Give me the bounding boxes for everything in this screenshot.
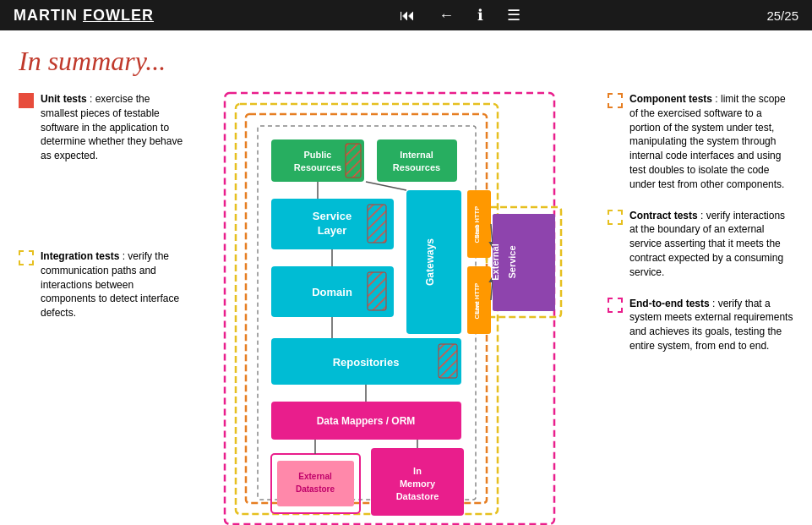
svg-text:Internal: Internal: [400, 150, 433, 160]
contract-tests-text: Contract tests : verify interactions at …: [629, 209, 793, 280]
svg-text:Repositories: Repositories: [332, 356, 399, 369]
end-to-end-tests-label: End-to-end tests: [629, 298, 710, 309]
nav-controls: ⏮ ← ℹ ☰: [400, 6, 520, 25]
component-tests-box: [608, 93, 623, 108]
svg-rect-14: [377, 139, 457, 182]
contract-tests-box: [608, 210, 623, 225]
brand-surname: FOWLER: [83, 7, 154, 24]
brand-logo: MARTIN FOWLER: [14, 7, 154, 25]
component-tests-desc: : limit the scope of the exercised softw…: [629, 93, 786, 190]
svg-text:Resources: Resources: [392, 162, 439, 172]
component-tests-label: Component tests: [629, 93, 712, 105]
svg-rect-33: [368, 272, 386, 310]
end-to-end-tests-legend: End-to-end tests : verify that a system …: [608, 297, 793, 353]
center-diagram: External Service External Service Public…: [196, 89, 599, 525]
left-panel: Unit tests : exercise the smallest piece…: [19, 89, 188, 525]
main-content: In summary... Unit tests : exercise the …: [0, 30, 812, 525]
page-title: In summary...: [19, 46, 793, 77]
svg-text:Public: Public: [303, 150, 331, 160]
svg-text:External: External: [490, 243, 500, 280]
content-area: Unit tests : exercise the smallest piece…: [19, 89, 793, 525]
unit-tests-label: Unit tests: [41, 93, 87, 105]
unit-tests-box: [19, 93, 34, 108]
svg-text:Layer: Layer: [317, 224, 346, 237]
svg-text:Service: Service: [312, 210, 351, 222]
svg-line-30: [491, 279, 493, 300]
info-icon[interactable]: ℹ: [477, 6, 483, 25]
top-navigation: MARTIN FOWLER ⏮ ← ℹ ☰ 25/25: [0, 0, 812, 30]
contract-tests-legend: Contract tests : verify interactions at …: [608, 209, 793, 280]
unit-tests-text: Unit tests : exercise the smallest piece…: [41, 92, 188, 163]
integration-tests-label: Integration tests: [41, 250, 119, 262]
menu-icon[interactable]: ☰: [507, 6, 520, 25]
svg-line-48: [366, 182, 406, 190]
svg-rect-36: [439, 344, 457, 378]
svg-text:External: External: [298, 472, 332, 481]
svg-rect-13: [346, 144, 361, 178]
svg-text:Client: Client: [473, 301, 481, 319]
svg-text:Domain: Domain: [312, 286, 352, 298]
svg-text:Datastore: Datastore: [295, 484, 335, 494]
back-arrow-icon[interactable]: ←: [439, 7, 454, 25]
slide-counter: 25/25: [766, 8, 798, 23]
svg-text:Resources: Resources: [293, 162, 341, 172]
svg-text:In: In: [413, 466, 422, 476]
architecture-diagram: External Service External Service Public…: [221, 89, 575, 525]
svg-text:Datastore: Datastore: [395, 491, 439, 501]
unit-tests-legend: Unit tests : exercise the smallest piece…: [19, 92, 188, 163]
svg-text:Gateways: Gateways: [424, 238, 436, 286]
end-to-end-tests-text: End-to-end tests : verify that a system …: [629, 297, 793, 353]
integration-tests-legend: Integration tests : verify the communica…: [19, 249, 188, 320]
first-slide-icon[interactable]: ⏮: [400, 7, 415, 25]
svg-rect-40: [277, 461, 354, 506]
svg-text:Client: Client: [473, 225, 481, 243]
svg-rect-55: [493, 214, 555, 311]
component-tests-legend: Component tests : limit the scope of the…: [608, 92, 793, 192]
svg-text:Memory: Memory: [399, 479, 435, 489]
component-tests-text: Component tests : limit the scope of the…: [629, 92, 793, 192]
right-panel: Component tests : limit the scope of the…: [608, 89, 793, 525]
contract-tests-label: Contract tests: [629, 210, 698, 221]
end-to-end-tests-box: [608, 298, 623, 313]
integration-tests-box: [19, 250, 34, 265]
svg-line-29: [491, 224, 493, 245]
integration-tests-text: Integration tests : verify the communica…: [41, 249, 188, 320]
svg-text:Service: Service: [507, 245, 517, 278]
svg-rect-20: [368, 205, 386, 243]
svg-text:Data Mappers / ORM: Data Mappers / ORM: [316, 415, 415, 427]
